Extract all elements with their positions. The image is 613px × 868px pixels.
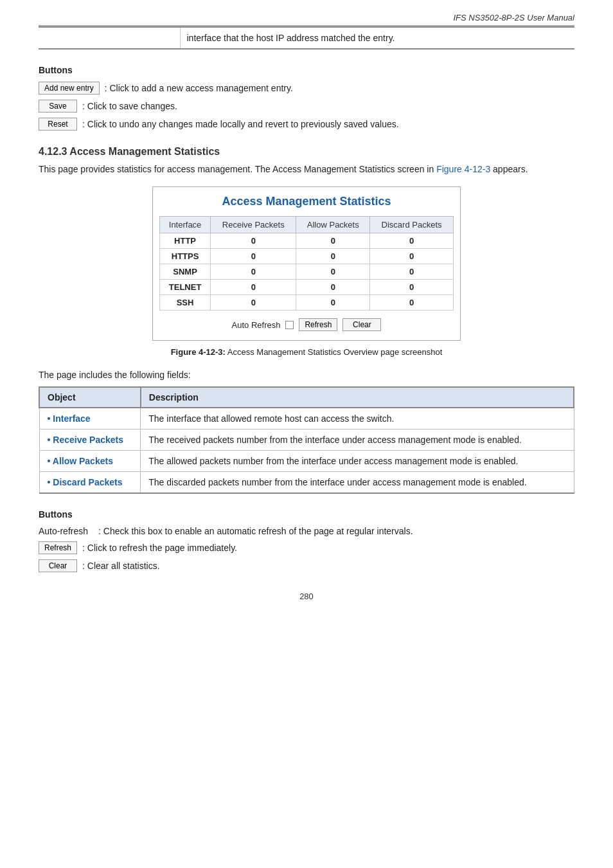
stats-footer: Auto Refresh Refresh Clear [159,318,454,331]
field-table-row: • Discard PacketsThe discarded packets n… [39,472,574,494]
clear-button-bottom[interactable]: Clear [39,559,77,572]
auto-refresh-bottom-desc: : Check this box to enable an automatic … [98,526,413,536]
field-table-row: • Allow PacketsThe allowed packets numbe… [39,451,574,472]
stats-table-row: SNMP000 [160,264,454,280]
table-cell-left [39,27,180,49]
refresh-desc-bottom: : Click to refresh the page immediately. [82,543,237,553]
figure-caption: Figure 4-12-3: Access Management Statist… [39,347,574,357]
stats-table: Interface Receive Packets Allow Packets … [159,216,454,311]
col-allow: Allow Packets [296,217,370,233]
stats-screenshot-box: Access Management Statistics Interface R… [152,186,461,341]
refresh-button-stats[interactable]: Refresh [299,318,337,331]
col-interface: Interface [160,217,211,233]
fields-intro: The page includes the following fields: [39,370,574,380]
clear-desc-bottom: : Clear all statistics. [82,561,160,571]
clear-button-stats[interactable]: Clear [342,318,381,331]
auto-refresh-text: Auto-refresh [39,526,88,536]
col-receive: Receive Packets [211,217,296,233]
section-intro: This page provides statistics for access… [39,163,574,176]
page-header: IFS NS3502-8P-2S User Manual [39,13,574,26]
stats-table-row: TELNET000 [160,280,454,295]
stats-title: Access Management Statistics [159,195,454,208]
figure-link[interactable]: Figure 4-12-3 [436,164,490,174]
save-row: Save : Click to save changes. [39,100,574,113]
field-table-row: • InterfaceThe interface that allowed re… [39,408,574,429]
reset-button[interactable]: Reset [39,118,77,131]
bottom-buttons-section: Buttons Auto-refresh : Check this box to… [39,509,574,572]
page-number: 280 [39,592,574,601]
col-discard: Discard Packets [370,217,454,233]
field-col-object: Object [39,387,141,408]
continuation-table: interface that the host IP address match… [39,26,574,50]
bottom-buttons-heading: Buttons [39,509,574,520]
stats-table-row: HTTP000 [160,233,454,249]
field-col-desc: Description [141,387,574,408]
section-heading: 4.12.3 Access Management Statistics [39,146,220,157]
add-new-entry-button[interactable]: Add new entry [39,82,100,95]
refresh-button-bottom[interactable]: Refresh [39,541,77,554]
reset-row: Reset : Click to undo any changes made l… [39,118,574,131]
fields-table: Object Description • InterfaceThe interf… [39,386,574,494]
field-table-row: • Receive PacketsThe received packets nu… [39,429,574,451]
figure-caption-bold: Figure 4-12-3: [171,347,226,357]
buttons-section: Buttons Add new entry : Click to add a n… [39,65,574,131]
reset-desc: : Click to undo any changes made locally… [82,119,399,129]
auto-refresh-row: Auto-refresh : Check this box to enable … [39,526,574,536]
save-desc: : Click to save changes. [82,101,177,111]
auto-refresh-checkbox[interactable] [285,321,294,329]
save-button[interactable]: Save [39,100,77,113]
figure-caption-text: Access Management Statistics Overview pa… [226,347,442,357]
add-new-entry-desc: : Click to add a new access management e… [105,83,293,93]
buttons-heading: Buttons [39,65,574,75]
stats-table-row: SSH000 [160,295,454,311]
add-new-entry-row: Add new entry : Click to add a new acces… [39,82,574,95]
stats-table-row: HTTPS000 [160,249,454,264]
table-cell-right: interface that the host IP address match… [180,27,574,49]
header-title: IFS NS3502-8P-2S User Manual [453,13,574,23]
auto-refresh-label: Auto Refresh [232,320,281,330]
clear-row-bottom: Clear : Clear all statistics. [39,559,574,572]
refresh-row-bottom: Refresh : Click to refresh the page imme… [39,541,574,554]
